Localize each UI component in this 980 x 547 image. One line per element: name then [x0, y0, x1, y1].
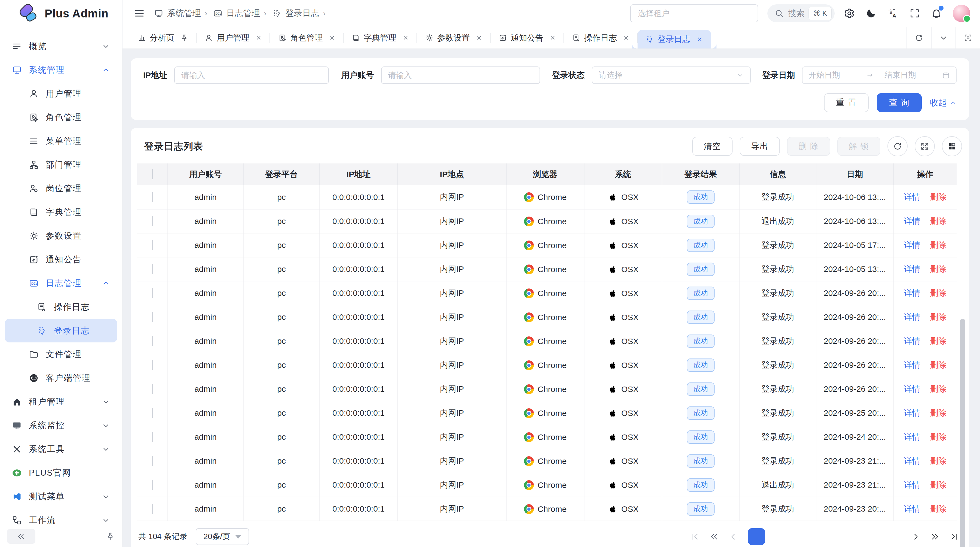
menu-toggle-icon[interactable] — [134, 8, 145, 19]
detail-link[interactable]: 详情 — [904, 289, 920, 297]
delete-link[interactable]: 删除 — [930, 241, 947, 250]
select-all-checkbox[interactable] — [152, 169, 153, 179]
sidebar-item-user-mgmt[interactable]: 用户管理 — [5, 82, 117, 105]
detail-link[interactable]: 详情 — [904, 456, 920, 465]
row-checkbox[interactable] — [152, 360, 153, 370]
tab-op-log[interactable]: 操作日志 — [564, 27, 638, 48]
page-6[interactable] — [884, 528, 901, 545]
sidebar-item-tenant-mgmt[interactable]: 租户管理 — [5, 390, 117, 413]
detail-link[interactable]: 详情 — [904, 265, 920, 273]
next-page-icon[interactable] — [912, 532, 920, 541]
sidebar-item-plus-site[interactable]: PLUS官网 — [5, 461, 117, 485]
sidebar-item-login-log[interactable]: 登录日志 — [5, 319, 117, 343]
row-checkbox[interactable] — [152, 336, 153, 346]
detail-link[interactable]: 详情 — [904, 384, 920, 393]
delete-link[interactable]: 删除 — [930, 265, 947, 273]
delete-link[interactable]: 删除 — [930, 217, 947, 226]
unlock-button[interactable]: 解 锁 — [837, 137, 880, 156]
breadcrumb-log-mgmt[interactable]: DEV 日志管理 › — [213, 8, 266, 19]
row-checkbox[interactable] — [152, 504, 153, 514]
row-checkbox[interactable] — [152, 240, 153, 250]
tab-analysis[interactable]: 分析页 — [130, 27, 197, 48]
sidebar-item-system-mgmt[interactable]: 系统管理 — [5, 58, 117, 82]
tab-param-settings[interactable]: 参数设置 — [417, 27, 490, 48]
close-icon[interactable] — [476, 35, 482, 41]
detail-link[interactable]: 详情 — [904, 313, 920, 321]
notifications-icon[interactable] — [931, 8, 942, 19]
delete-link[interactable]: 删除 — [930, 456, 947, 465]
avatar[interactable] — [953, 5, 970, 22]
scrollbar-thumb[interactable] — [960, 319, 965, 547]
sidebar-item-dept-mgmt[interactable]: 部门管理 — [5, 153, 117, 177]
delete-link[interactable]: 删除 — [930, 432, 947, 441]
dark-mode-icon[interactable] — [865, 8, 877, 19]
row-checkbox[interactable] — [152, 312, 153, 322]
sidebar-item-log-mgmt[interactable]: DEV 日志管理 — [5, 271, 117, 295]
columns-button[interactable] — [942, 136, 962, 156]
sidebar-item-file-mgmt[interactable]: 文件管理 — [5, 343, 117, 366]
detail-link[interactable]: 详情 — [904, 480, 920, 489]
sidebar-item-op-log[interactable]: 操作日志 — [5, 295, 117, 319]
close-icon[interactable] — [255, 35, 262, 41]
close-icon[interactable] — [402, 35, 409, 41]
tab-role-mgmt[interactable]: 角色管理 — [270, 27, 344, 48]
page-4[interactable] — [830, 528, 846, 545]
sidebar-item-system-tools[interactable]: 系统工具 — [5, 437, 117, 461]
expand-list-button[interactable] — [915, 136, 935, 156]
ip-input[interactable] — [174, 67, 329, 84]
tenant-select-input[interactable] — [630, 4, 758, 22]
page-1[interactable] — [748, 528, 765, 545]
collapse-filter-link[interactable]: 收起 — [930, 97, 956, 108]
prev-page-icon[interactable] — [729, 532, 738, 541]
next-block-icon[interactable] — [931, 532, 939, 541]
date-range-picker[interactable]: 开始日期 结束日期 — [802, 67, 956, 84]
page-5[interactable] — [857, 528, 874, 545]
refresh-tab-icon[interactable] — [907, 27, 931, 48]
sidebar-item-system-monitor[interactable]: 系统监控 — [5, 413, 117, 437]
delete-link[interactable]: 删除 — [930, 313, 947, 321]
delete-link[interactable]: 删除 — [930, 336, 947, 345]
row-checkbox[interactable] — [152, 432, 153, 442]
language-icon[interactable]: 文A — [888, 8, 898, 19]
sidebar-item-workflow[interactable]: 工作流 — [5, 508, 117, 528]
clear-button[interactable]: 清空 — [692, 137, 733, 156]
tab-dict-mgmt[interactable]: 字典管理 — [344, 27, 417, 48]
close-icon[interactable] — [696, 36, 703, 43]
query-button[interactable]: 查 询 — [877, 93, 922, 112]
close-icon[interactable] — [329, 35, 336, 41]
detail-link[interactable]: 详情 — [904, 432, 920, 441]
sidebar-item-client-mgmt[interactable]: 客户端管理 — [5, 366, 117, 390]
status-select[interactable]: 请选择 — [592, 67, 751, 84]
sidebar-item-menu-mgmt[interactable]: 菜单管理 — [5, 129, 117, 153]
page-2[interactable] — [775, 528, 792, 545]
pin-icon[interactable] — [180, 34, 188, 42]
row-checkbox[interactable] — [152, 216, 153, 226]
detail-link[interactable]: 详情 — [904, 241, 920, 250]
content-fullscreen-icon[interactable] — [956, 27, 980, 48]
row-checkbox[interactable] — [152, 408, 153, 418]
delete-link[interactable]: 删除 — [930, 384, 947, 393]
detail-link[interactable]: 详情 — [904, 217, 920, 226]
first-page-icon[interactable] — [691, 532, 700, 541]
account-input[interactable] — [381, 67, 540, 84]
sidebar-item-param-settings[interactable]: 参数设置 — [5, 224, 117, 248]
tab-login-log[interactable]: 登录日志 — [638, 30, 711, 48]
sidebar-item-overview[interactable]: 概览 — [5, 34, 117, 58]
tab-menu-icon[interactable] — [931, 27, 956, 48]
sidebar-collapse-button[interactable] — [7, 529, 35, 544]
refresh-list-button[interactable] — [888, 136, 908, 156]
pin-icon[interactable] — [106, 532, 115, 541]
row-checkbox[interactable] — [152, 192, 153, 202]
sidebar-item-post-mgmt[interactable]: 岗位管理 — [5, 177, 117, 200]
reset-button[interactable]: 重 置 — [824, 93, 869, 112]
tab-notice[interactable]: 通知公告 — [490, 27, 564, 48]
settings-icon[interactable] — [844, 8, 855, 19]
detail-link[interactable]: 详情 — [904, 408, 920, 417]
delete-link[interactable]: 删除 — [930, 504, 947, 513]
row-checkbox[interactable] — [152, 384, 153, 394]
detail-link[interactable]: 详情 — [904, 504, 920, 513]
detail-link[interactable]: 详情 — [904, 192, 920, 201]
delete-link[interactable]: 删除 — [930, 480, 947, 489]
sidebar-item-role-mgmt[interactable]: 角色管理 — [5, 105, 117, 129]
delete-link[interactable]: 删除 — [930, 289, 947, 297]
